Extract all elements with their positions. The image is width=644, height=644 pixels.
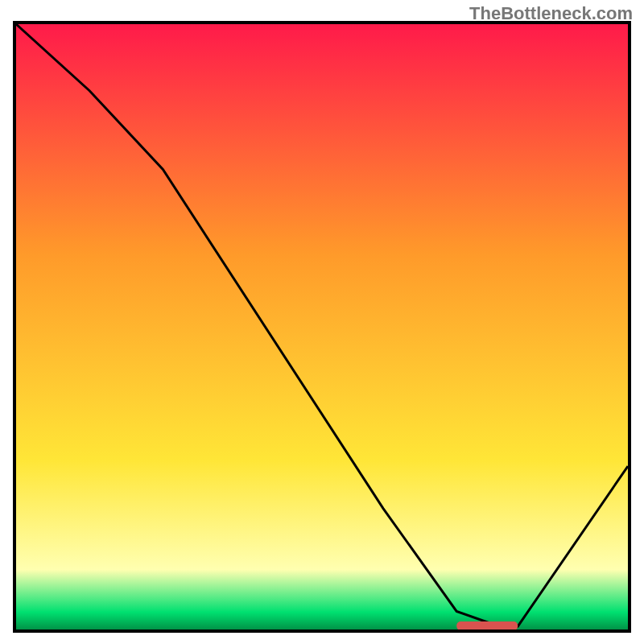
watermark-text: TheBottleneck.com [469,3,633,24]
chart-container [13,21,631,633]
optimal-range-marker [456,621,518,630]
chart-svg [13,21,631,633]
gradient-background [15,23,629,630]
